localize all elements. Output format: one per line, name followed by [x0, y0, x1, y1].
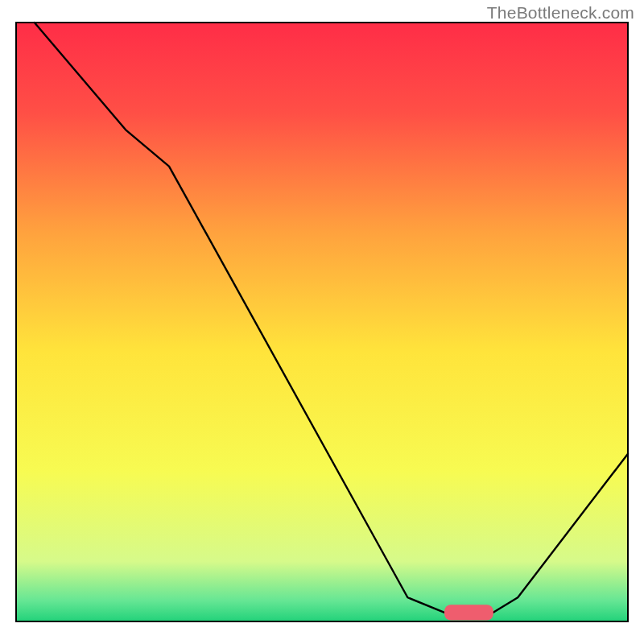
plot-area — [16, 23, 628, 621]
gradient-background — [16, 23, 628, 621]
chart-container: TheBottleneck.com — [0, 0, 644, 644]
chart-svg — [0, 0, 644, 644]
watermark-text: TheBottleneck.com — [487, 3, 634, 23]
optimal-range-marker — [444, 605, 493, 620]
